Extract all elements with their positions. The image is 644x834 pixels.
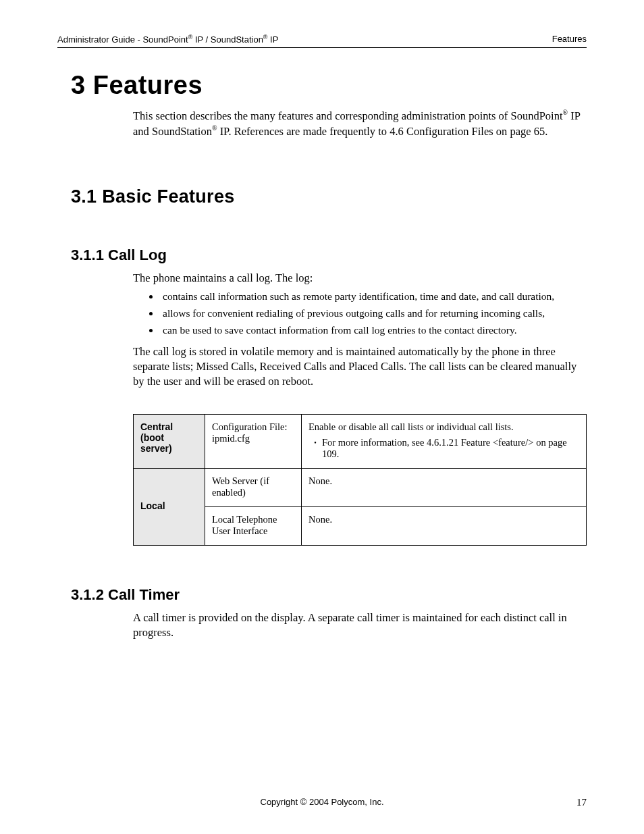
registered-mark: ®	[263, 34, 268, 41]
config-source: Web Server (if enabled)	[205, 468, 302, 506]
subsection-body: The phone maintains a call log. The log:…	[133, 271, 581, 390]
list-item: contains call information such as remote…	[160, 290, 581, 304]
header-right: Features	[552, 34, 587, 45]
row-label-local: Local	[134, 468, 205, 545]
table-row: Central (boot server) Configuration File…	[134, 414, 587, 468]
page-number: 17	[576, 797, 587, 808]
header-text: IP	[268, 34, 279, 45]
document-page: Administrator Guide - SoundPoint® IP / S…	[0, 0, 644, 834]
table-row: Local Web Server (if enabled) None.	[134, 468, 587, 506]
intro-text: This section describes the many features…	[133, 109, 563, 122]
desc-main: Enable or disable all call lists or indi…	[308, 421, 579, 433]
chapter-heading: 3 Features	[71, 71, 587, 100]
config-table: Central (boot server) Configuration File…	[133, 414, 587, 546]
desc-sub-bullet: • For more information, see 4.6.1.21 Fea…	[308, 437, 579, 460]
copyright-text: Copyright © 2004 Polycom, Inc.	[261, 797, 384, 807]
subsection-heading: 3.1.1 Call Log	[71, 246, 587, 264]
section-heading: 3.1 Basic Features	[71, 186, 587, 207]
config-description: None.	[302, 468, 587, 506]
desc-sub-text: For more information, see 4.6.1.21 Featu…	[322, 437, 579, 460]
registered-mark: ®	[212, 124, 217, 132]
header-text: IP / SoundStation	[192, 34, 263, 45]
bullet-list: contains call information such as remote…	[160, 290, 581, 338]
header-left: Administrator Guide - SoundPoint® IP / S…	[57, 34, 278, 45]
config-description: Enable or disable all call lists or indi…	[302, 414, 587, 468]
paragraph: The call log is stored in volatile memor…	[133, 344, 581, 390]
row-label-central: Central (boot server)	[134, 414, 205, 468]
page-footer: Copyright © 2004 Polycom, Inc. 17	[57, 797, 587, 807]
registered-mark: ®	[563, 109, 568, 116]
subsection-body: A call timer is provided on the display.…	[133, 610, 581, 641]
bullet-icon: •	[308, 437, 322, 460]
config-source: Local Telephone User Interface	[205, 506, 302, 545]
page-header: Administrator Guide - SoundPoint® IP / S…	[57, 34, 587, 48]
header-text: Administrator Guide - SoundPoint	[57, 34, 188, 45]
subsection-heading: 3.1.2 Call Timer	[71, 586, 587, 604]
list-item: can be used to save contact information …	[160, 323, 581, 338]
lead-sentence: The phone maintains a call log. The log:	[133, 271, 581, 286]
config-description: None.	[302, 506, 587, 545]
list-item: allows for convenient redialing of previ…	[160, 307, 581, 321]
intro-text: IP. References are made frequently to 4.…	[217, 125, 548, 138]
config-source: Configuration File: ipmid.cfg	[205, 414, 302, 468]
chapter-intro: This section describes the many features…	[133, 108, 581, 139]
